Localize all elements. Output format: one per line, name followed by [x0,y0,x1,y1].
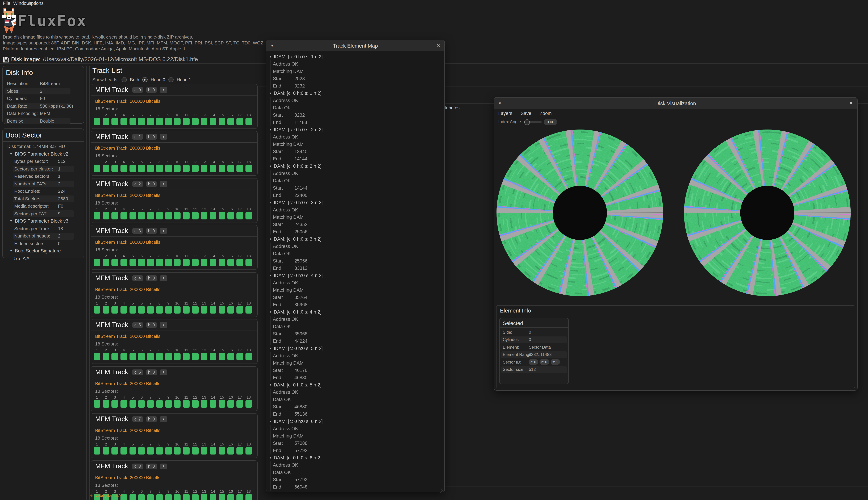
sector-status-square[interactable] [112,259,118,266]
sector-status-square[interactable] [245,494,252,500]
sector-status-square[interactable] [147,212,154,219]
sector-status-square[interactable] [121,212,127,219]
sector-status-square[interactable] [112,447,118,455]
sector-status-square[interactable] [237,164,243,172]
sector-status-square[interactable] [103,212,109,219]
sector-status-square[interactable] [219,117,225,125]
sector-status-square[interactable] [245,164,252,172]
sector-status-square[interactable] [138,447,145,455]
sector-status-square[interactable] [112,400,118,408]
track-card[interactable]: MFM Trackc: 2h: 0▼BitStream Track: 20000… [91,178,258,223]
viz-menu-zoom[interactable]: Zoom [540,111,552,116]
sector-status-square[interactable] [219,212,225,219]
sector-status-square[interactable] [138,306,145,314]
sector-status-square[interactable] [103,117,109,125]
map-element-header[interactable]: ▼IDAM: [c: 0 h:0 s: 3 n:2] [266,199,444,206]
sector-status-square[interactable] [121,447,127,455]
sector-status-square[interactable] [210,353,216,361]
sector-status-square[interactable] [237,447,243,455]
sector-status-square[interactable] [228,447,234,455]
track-card[interactable]: MFM Trackc: 4h: 0▼BitStream Track: 20000… [91,272,258,317]
sector-status-square[interactable] [156,117,163,125]
viz-menu-layers[interactable]: Layers [498,111,512,116]
sector-status-square[interactable] [192,212,198,219]
sector-status-square[interactable] [94,353,100,361]
sector-status-square[interactable] [183,212,190,219]
sector-status-square[interactable] [94,400,100,408]
sector-status-square[interactable] [138,117,145,125]
sector-status-square[interactable] [165,306,172,314]
boot-sector-group-header[interactable]: ▼BIOS Parameter Block v3 [10,217,84,225]
sector-status-square[interactable] [147,447,154,455]
sector-status-square[interactable] [174,447,181,455]
sector-status-square[interactable] [192,164,198,172]
sector-status-square[interactable] [174,306,181,314]
sector-status-square[interactable] [183,447,190,455]
sector-status-square[interactable] [183,117,190,125]
sector-status-square[interactable] [237,494,243,500]
viz-menu-save[interactable]: Save [521,111,532,116]
sector-status-square[interactable] [129,212,136,219]
sector-status-square[interactable] [210,259,216,266]
sector-status-square[interactable] [228,494,234,500]
sector-status-square[interactable] [112,306,118,314]
sector-status-square[interactable] [94,117,100,125]
sector-status-square[interactable] [112,212,118,219]
sector-status-square[interactable] [121,353,127,361]
sector-status-square[interactable] [201,259,207,266]
sector-status-square[interactable] [245,400,252,408]
sector-status-square[interactable] [228,306,234,314]
sector-status-square[interactable] [245,259,252,266]
sector-status-square[interactable] [245,306,252,314]
sector-status-square[interactable] [129,447,136,455]
sector-status-square[interactable] [245,117,252,125]
sector-status-square[interactable] [237,212,243,219]
map-element-header[interactable]: ▼DAM: [c: 0 h:0 s: 3 n:2] [266,236,444,243]
sector-status-square[interactable] [219,259,225,266]
sector-status-square[interactable] [210,494,216,500]
track-card[interactable]: MFM Trackc: 0h: 0▼BitStream Track: 20000… [91,84,258,129]
resize-handle[interactable] [438,486,443,490]
sector-status-square[interactable] [192,494,198,500]
sector-status-square[interactable] [201,494,207,500]
track-dropdown-button[interactable]: ▼ [160,134,167,139]
sector-status-square[interactable] [156,259,163,266]
sector-status-square[interactable] [138,164,145,172]
sector-status-square[interactable] [183,259,190,266]
sector-status-square[interactable] [219,447,225,455]
sector-status-square[interactable] [129,164,136,172]
map-element-header[interactable]: ▼DAM: [c: 0 h:0 s: 6 n:2] [266,454,444,462]
sector-status-square[interactable] [147,259,154,266]
close-icon[interactable]: ✕ [436,43,440,48]
sector-status-square[interactable] [245,353,252,361]
sector-status-square[interactable] [210,117,216,125]
sector-status-square[interactable] [228,353,234,361]
map-element-header[interactable]: ▼IDAM: [c: 0 h:0 s: 6 n:2] [266,418,444,425]
sector-status-square[interactable] [174,353,181,361]
sector-status-square[interactable] [94,447,100,455]
sector-status-square[interactable] [129,494,136,500]
sector-status-square[interactable] [174,164,181,172]
track-element-map-titlebar[interactable]: ▼ Track Element Map ✕ [266,40,444,52]
map-element-header[interactable]: ▼DAM: [c: 0 h:0 s: 2 n:2] [266,162,444,170]
sector-status-square[interactable] [156,212,163,219]
track-card[interactable]: MFM Trackc: 1h: 0▼BitStream Track: 20000… [91,131,258,176]
map-element-header[interactable]: ▼IDAM: [c: 0 h:0 s: 1 n:2] [266,53,444,60]
sector-status-square[interactable] [121,164,127,172]
sector-status-square[interactable] [112,117,118,125]
sector-status-square[interactable] [129,117,136,125]
map-element-header[interactable]: ▼IDAM: [c: 0 h:0 s: 2 n:2] [266,126,444,133]
sector-status-square[interactable] [103,259,109,266]
close-icon[interactable]: ✕ [849,100,853,106]
sector-status-square[interactable] [165,212,172,219]
sector-status-square[interactable] [192,259,198,266]
sector-status-square[interactable] [112,164,118,172]
track-card[interactable]: MFM Trackc: 5h: 0▼BitStream Track: 20000… [91,319,258,364]
sector-status-square[interactable] [192,117,198,125]
sector-status-square[interactable] [201,353,207,361]
menu-options[interactable]: Options [27,1,44,6]
sector-status-square[interactable] [210,164,216,172]
track-dropdown-button[interactable]: ▼ [160,322,167,328]
disk-visualization-titlebar[interactable]: ▼ Disk Visualization ✕ [494,98,857,109]
sector-status-square[interactable] [201,117,207,125]
